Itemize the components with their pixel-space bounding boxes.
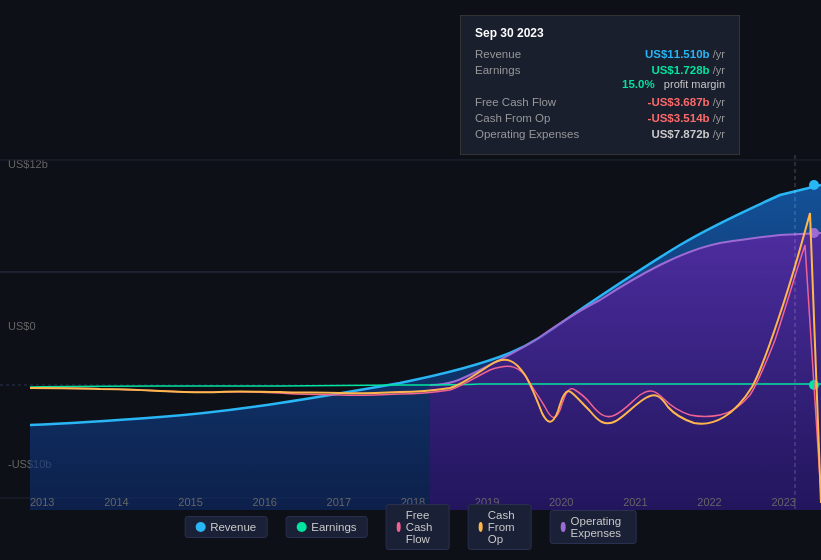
cfo-value: -US$3.514b /yr: [628, 112, 725, 124]
chart-area: [0, 155, 821, 510]
opex-legend-dot: [560, 522, 565, 532]
legend-revenue[interactable]: Revenue: [184, 516, 267, 538]
profit-margin-text: 15.0% profit margin: [622, 78, 725, 90]
revenue-dot: [809, 180, 819, 190]
earnings-legend-dot: [296, 522, 306, 532]
tooltip-date: Sep 30 2023: [475, 26, 725, 40]
opex-label: Operating Expenses: [475, 128, 579, 140]
x-label-2023: 2023: [771, 496, 795, 508]
cfo-label: Cash From Op: [475, 112, 550, 124]
earnings-label: Earnings: [475, 64, 520, 76]
tooltip-opex: Operating Expenses US$7.872b /yr: [475, 128, 725, 140]
x-label-2022: 2022: [697, 496, 721, 508]
fcf-value: -US$3.687b /yr: [628, 96, 725, 108]
x-label-2014: 2014: [104, 496, 128, 508]
cfo-legend-label: Cash From Op: [488, 509, 521, 545]
revenue-legend-dot: [195, 522, 205, 532]
cfo-legend-dot: [478, 522, 482, 532]
chart-legend: Revenue Earnings Free Cash Flow Cash Fro…: [184, 504, 637, 550]
legend-earnings[interactable]: Earnings: [285, 516, 367, 538]
revenue-label: Revenue: [475, 48, 521, 60]
tooltip-cfo: Cash From Op -US$3.514b /yr: [475, 112, 725, 124]
revenue-value: US$11.510b /yr: [625, 48, 725, 60]
revenue-legend-label: Revenue: [210, 521, 256, 533]
fcf-label: Free Cash Flow: [475, 96, 556, 108]
tooltip-revenue: Revenue US$11.510b /yr: [475, 48, 725, 60]
chart-svg: [0, 155, 821, 510]
opex-legend-label: Operating Expenses: [571, 515, 626, 539]
data-tooltip: Sep 30 2023 Revenue US$11.510b /yr Earni…: [460, 15, 740, 155]
legend-cfo[interactable]: Cash From Op: [467, 504, 531, 550]
tooltip-profit-margin: 15.0% profit margin: [475, 78, 725, 90]
opex-value: US$7.872b /yr: [631, 128, 725, 140]
tooltip-earnings: Earnings US$1.728b /yr: [475, 64, 725, 76]
earnings-value: US$1.728b /yr: [631, 64, 725, 76]
fcf-legend-label: Free Cash Flow: [406, 509, 439, 545]
x-label-2013: 2013: [30, 496, 54, 508]
legend-opex[interactable]: Operating Expenses: [549, 510, 637, 544]
earnings-legend-label: Earnings: [311, 521, 356, 533]
legend-fcf[interactable]: Free Cash Flow: [386, 504, 450, 550]
fcf-legend-dot: [397, 522, 401, 532]
tooltip-fcf: Free Cash Flow -US$3.687b /yr: [475, 96, 725, 108]
